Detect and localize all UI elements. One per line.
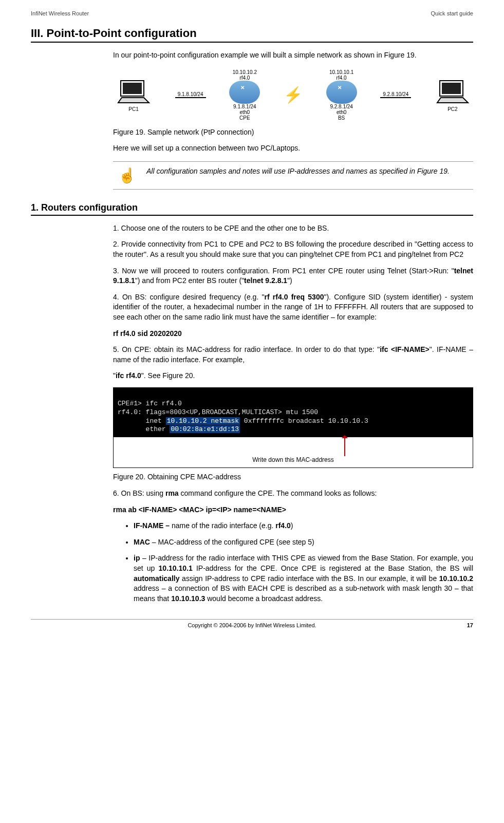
step5-example: "ifc rf4.0". See Figure 20. [113, 371, 473, 381]
note-text: All configuration samples and notes will… [146, 167, 473, 175]
svg-rect-1 [123, 83, 142, 94]
step4-command: rf rf4.0 sid 20202020 [113, 329, 473, 339]
bs-rf-label: 10.10.10.1 rf4.0 [329, 69, 353, 81]
step6: 6. On BS: using rma command configure th… [113, 489, 473, 499]
step1: 1. Choose one of the routers to be CPE a… [113, 223, 473, 234]
svg-rect-4 [442, 83, 461, 94]
bs-eth-label: 9.2.8.1/24 eth0 [330, 104, 352, 115]
list-item: MAC – MAC-address of the configured CPE … [134, 537, 473, 548]
step5: 5. On CPE: obtain its MAC-address for ra… [113, 345, 473, 365]
list-item: IF-NAME – name of the radio interface (e… [134, 521, 473, 531]
laptop-icon [116, 78, 152, 106]
router-icon [326, 81, 357, 104]
term-line2: rf4.0: flags=8003<UP,BROADCAST,MULTICAST… [118, 408, 318, 416]
svg-marker-5 [437, 98, 468, 103]
term-line4b: 00:02:8a:e1:dd:13 [170, 425, 240, 433]
figure19-caption: Figure 19. Sample network (PtP connectio… [113, 127, 473, 138]
terminal-screenshot: CPE#1> ifc rf4.0 rf4.0: flags=8003<UP,BR… [113, 387, 473, 468]
step2: 2. Provide connectivity from PC1 to CPE … [113, 239, 473, 259]
pc2-label: PC2 [447, 106, 457, 112]
pc1-label: PC1 [128, 106, 138, 112]
term-line3a: inet [118, 417, 166, 425]
pc2-ip: 9.2.8.10/24 [383, 91, 408, 97]
header-right: Quick start guide [431, 10, 473, 16]
figure20-caption: Figure 20. Obtaining CPE MAC-address [113, 472, 473, 482]
header-left: InfiNet Wireless Router [31, 10, 89, 16]
router-icon [229, 81, 260, 104]
pc1-ip: 9.1.8.10/24 [178, 91, 203, 97]
list-item: ip – IP-address for the radio interface … [134, 553, 473, 604]
bullet-list: IF-NAME – name of the radio interface (e… [134, 521, 473, 604]
cpe-eth-label: 9.1.8.1/24 eth0 [233, 104, 256, 115]
section-title: III. Point-to-Point configuration [31, 27, 473, 43]
term-line3b: 10.10.10.2 netmask [166, 417, 240, 425]
here-text: Here we will set up a connection between… [113, 143, 473, 154]
note-box: ☝ All configuration samples and notes wi… [113, 161, 473, 190]
term-line3c: 0xfffffffc broadcast 10.10.10.3 [240, 417, 368, 425]
terminal-note: Write down this MAC-address [114, 456, 473, 467]
subsection-title: 1. Routers configuration [31, 202, 473, 216]
term-line4a: ether [118, 425, 170, 433]
term-line1: CPE#1> ifc rf4.0 [118, 400, 182, 407]
cpe-rf-label: 10.10.10.2 rf4.0 [233, 69, 257, 81]
hand-icon: ☝ [113, 167, 136, 184]
wireless-link-icon: ⚡ [284, 86, 303, 104]
step3: 3. Now we will proceed to routers config… [113, 266, 473, 286]
arrow-icon [344, 438, 345, 456]
laptop-icon [435, 78, 471, 106]
svg-marker-2 [118, 98, 149, 103]
cpe-label: CPE [239, 115, 250, 121]
intro-paragraph: In our point-to-point configuration exam… [113, 50, 473, 61]
bs-label: BS [338, 115, 345, 121]
footer: Copyright © 2004-2006 by InfiNet Wireles… [31, 619, 473, 628]
page-number: 17 [467, 622, 473, 628]
step4: 4. On BS: configure desired frequency (e… [113, 292, 473, 323]
step6-command: rma ab <IF-NAME> <MAC> ip=<IP> name=<NAM… [113, 505, 473, 515]
network-diagram: PC1 9.1.8.10/24 10.10.10.2 rf4.0 9.1.8.1… [113, 67, 473, 123]
copyright: Copyright © 2004-2006 by InfiNet Wireles… [188, 622, 316, 628]
